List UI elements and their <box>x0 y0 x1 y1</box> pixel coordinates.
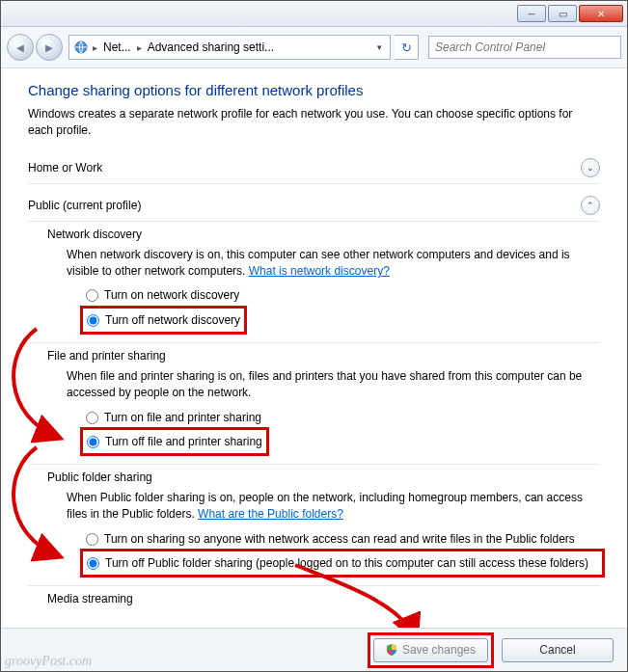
section-public-folder: Public folder sharing When Public folder… <box>47 470 600 578</box>
section-desc: When Public folder sharing is on, people… <box>67 490 600 524</box>
save-changes-button[interactable]: Save changes <box>373 638 488 662</box>
radio-input[interactable] <box>86 533 98 546</box>
section-desc: When file and printer sharing is on, fil… <box>67 368 600 402</box>
radio-label: Turn on sharing so anyone with network a… <box>104 531 575 547</box>
section-media-streaming: Media streaming <box>47 592 600 605</box>
public-folders-help-link[interactable]: What are the Public folders? <box>198 507 343 521</box>
profile-home-header[interactable]: Home or Work ⌄ <box>28 152 600 184</box>
button-label: Save changes <box>402 643 476 657</box>
forward-button[interactable]: ► <box>36 34 63 61</box>
radio-input[interactable] <box>86 289 98 302</box>
breadcrumb-seg1[interactable]: Net... <box>101 40 133 54</box>
chevron-down-icon[interactable]: ⌄ <box>581 158 600 177</box>
radio-label: Turn on network discovery <box>104 287 239 303</box>
annotation-highlight: Turn off file and printer sharing <box>80 427 269 456</box>
profile-public-label: Public (current profile) <box>28 199 141 212</box>
nav-arrows: ◄ ► <box>7 34 65 61</box>
section-desc: When network discovery is on, this compu… <box>67 247 600 281</box>
radio-fileprint-on[interactable]: Turn on file and printer sharing <box>86 408 600 427</box>
divider <box>28 585 600 586</box>
radio-discovery-on[interactable]: Turn on network discovery <box>86 285 600 305</box>
radio-input[interactable] <box>87 557 99 570</box>
close-button[interactable]: ✕ <box>579 5 623 22</box>
radio-input[interactable] <box>87 314 99 327</box>
annotation-highlight: Save changes <box>368 632 494 668</box>
back-button[interactable]: ◄ <box>7 34 34 61</box>
control-panel-window: ─ ▭ ✕ ◄ ► ▸ Net... ▸ Advanced sharing se… <box>0 0 628 672</box>
section-title: Network discovery <box>47 228 600 241</box>
address-bar[interactable]: ▸ Net... ▸ Advanced sharing setti... ▾ <box>68 35 391 60</box>
breadcrumb-seg2[interactable]: Advanced sharing setti... <box>146 40 276 54</box>
watermark: groovyPost.com <box>5 654 92 669</box>
divider <box>28 342 600 343</box>
annotation-highlight: Turn off network discovery <box>80 306 247 335</box>
annotation-highlight: Turn off Public folder sharing (people l… <box>80 549 605 578</box>
cancel-button[interactable]: Cancel <box>502 638 614 662</box>
window-titlebar: ─ ▭ ✕ <box>1 1 627 27</box>
refresh-button[interactable]: ↻ <box>395 35 419 60</box>
address-dropdown-icon[interactable]: ▾ <box>373 42 386 52</box>
maximize-button[interactable]: ▭ <box>548 5 577 22</box>
section-title: File and printer sharing <box>47 349 600 363</box>
radio-fileprint-off[interactable]: Turn off file and printer sharing <box>87 432 262 451</box>
radio-input[interactable] <box>86 412 98 424</box>
divider <box>28 464 600 465</box>
section-network-discovery: Network discovery When network discovery… <box>47 228 600 335</box>
radio-pubfolder-off[interactable]: Turn off Public folder sharing (people l… <box>87 553 588 573</box>
network-icon <box>73 40 89 55</box>
explorer-navbar: ◄ ► ▸ Net... ▸ Advanced sharing setti...… <box>1 27 627 68</box>
search-input[interactable] <box>428 36 621 59</box>
radio-input[interactable] <box>87 436 99 448</box>
page-description: Windows creates a separate network profi… <box>28 106 600 139</box>
radio-label: Turn off Public folder sharing (people l… <box>105 555 588 571</box>
section-title: Public folder sharing <box>47 470 600 484</box>
network-discovery-help-link[interactable]: What is network discovery? <box>249 264 390 278</box>
chevron-up-icon[interactable]: ⌃ <box>581 196 600 215</box>
radio-pubfolder-on[interactable]: Turn on sharing so anyone with network a… <box>86 529 600 549</box>
section-title: Media streaming <box>47 592 600 605</box>
profile-public-header[interactable]: Public (current profile) ⌃ <box>28 190 600 222</box>
section-file-printer: File and printer sharing When file and p… <box>47 349 600 456</box>
page-title: Change sharing options for different net… <box>28 82 600 98</box>
radio-label: Turn on file and printer sharing <box>104 410 261 425</box>
button-label: Cancel <box>539 643 575 657</box>
minimize-button[interactable]: ─ <box>517 5 546 22</box>
content-pane: Change sharing options for different net… <box>1 68 627 628</box>
radio-discovery-off[interactable]: Turn off network discovery <box>87 310 240 330</box>
radio-label: Turn off file and printer sharing <box>105 434 262 449</box>
breadcrumb-sep: ▸ <box>93 42 97 53</box>
profile-home-label: Home or Work <box>28 161 102 175</box>
bottom-button-bar: Save changes Cancel <box>1 628 627 671</box>
breadcrumb-sep: ▸ <box>137 42 142 53</box>
uac-shield-icon <box>386 644 397 656</box>
radio-label: Turn off network discovery <box>105 312 240 328</box>
